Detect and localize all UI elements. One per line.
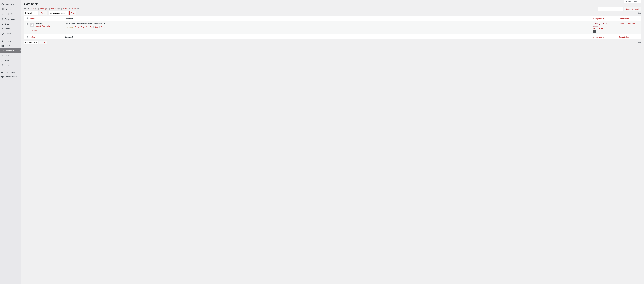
filter-pending[interactable]: Pending (0)	[40, 7, 48, 9]
filter-button[interactable]: Filter	[70, 11, 76, 15]
tablenav-top: Bulk actions Apply All comment types Fil…	[24, 11, 641, 15]
screen-options-label: Screen Options	[626, 0, 638, 2]
comments-table: Author Comment In response to Submitted …	[24, 16, 641, 39]
link-icon	[1, 32, 4, 35]
sparkle-icon	[1, 18, 4, 20]
sidebar-item-label: Plugins	[5, 40, 11, 42]
sidebar-item-label: Publish	[5, 33, 11, 35]
col-comment: Comment	[64, 16, 592, 21]
action-edit[interactable]: Edit	[90, 26, 93, 28]
caret-down-icon: ▼	[638, 1, 640, 2]
select-all-bottom[interactable]	[26, 36, 28, 38]
sidebar-item-label: Comments	[5, 50, 14, 52]
export-icon	[1, 23, 4, 25]
bulk-apply-button[interactable]: Apply	[39, 11, 47, 15]
row-actions: Unapprove| Reply| Quick Edit| Edit| Spam…	[65, 26, 590, 28]
sidebar-item-plugins[interactable]: Plugins	[0, 38, 21, 43]
screen-options-toggle[interactable]: Screen Options ▼	[624, 0, 641, 3]
bulk-actions-select-bottom[interactable]: Bulk actions	[24, 40, 38, 44]
comment-icon	[1, 49, 4, 52]
action-spam[interactable]: Spam	[95, 26, 99, 28]
sidebar-item-publish[interactable]: Publish	[0, 31, 21, 36]
table-row: lennertz lennertz@uark.edu 10.0.5.84 Can…	[24, 21, 641, 34]
sidebar-item-label: Export	[5, 23, 10, 25]
comment-type-select[interactable]: All comment types	[49, 11, 68, 15]
comment-count-bubble[interactable]: 1	[593, 30, 596, 33]
sidebar-item-label: Book Info	[5, 13, 12, 15]
avatar	[30, 23, 34, 27]
filter-spam[interactable]: Spam (0)	[63, 7, 70, 9]
plug-icon	[1, 40, 4, 42]
h5p-icon: H-P	[1, 72, 4, 73]
edit-icon	[1, 13, 4, 15]
col-response-sort[interactable]: In response to	[593, 18, 604, 20]
status-filters: All (1) | Mine (1) | Pending (0) | Appro…	[24, 7, 641, 9]
bulk-apply-button-bottom[interactable]: Apply	[39, 40, 47, 44]
sidebar-item-label: Organize	[5, 8, 12, 10]
bulk-actions-select[interactable]: Bulk actions	[24, 11, 38, 15]
author-name: lennertz	[36, 23, 42, 25]
filter-trash[interactable]: Trash (0)	[72, 7, 79, 9]
view-chapter-link[interactable]: View Chapter	[593, 27, 603, 29]
filter-approved[interactable]: Approved (1)	[50, 7, 60, 9]
sidebar-item-label: Appearance	[5, 18, 15, 20]
sidebar-item-h5p-content[interactable]: H-PH5P Content	[0, 70, 21, 74]
page-title: Comments	[24, 0, 641, 7]
col-date-sort[interactable]: Submitted on	[619, 18, 629, 20]
row-checkbox[interactable]	[26, 23, 28, 25]
col-date-sort-foot[interactable]: Submitted on	[619, 36, 629, 38]
sidebar-item-dashboard[interactable]: Dashboard	[0, 2, 21, 7]
sidebar-item-tools[interactable]: Tools	[0, 58, 21, 63]
filter-all[interactable]: All (1)	[24, 7, 29, 9]
action-trash[interactable]: Trash	[100, 26, 105, 28]
sidebar-item-appearance[interactable]: Appearance	[0, 16, 21, 21]
import-icon	[1, 27, 4, 30]
sidebar-item-label: Import	[5, 28, 10, 30]
action-reply[interactable]: Reply	[75, 26, 79, 28]
book-icon	[1, 8, 4, 10]
sidebar-item-settings[interactable]: Settings	[0, 63, 21, 68]
admin-sidebar: DashboardOrganizeBook InfoAppearanceExpo…	[0, 0, 21, 284]
sidebar-item-organize[interactable]: Organize	[0, 7, 21, 12]
filter-mine[interactable]: Mine (1)	[31, 7, 37, 9]
gear-icon	[1, 64, 4, 67]
items-count-bottom: 1 item	[637, 41, 641, 43]
action-unapprove[interactable]: Unapprove	[65, 26, 73, 28]
tablenav-bottom: Bulk actions Apply 1 item	[24, 40, 641, 44]
sidebar-item-media[interactable]: Media	[0, 43, 21, 48]
users-icon	[1, 54, 4, 57]
camera-icon	[1, 44, 4, 47]
search-button[interactable]: Search Comments	[624, 7, 641, 11]
sidebar-item-label: Settings	[5, 64, 12, 66]
sidebar-item-label: Tools	[5, 59, 9, 61]
sidebar-item-export[interactable]: Export	[0, 21, 21, 26]
comment-text: Can you add Czech to the available langu…	[65, 23, 590, 25]
action-quickedit[interactable]: Quick Edit	[81, 26, 88, 28]
items-count-top: 1 item	[637, 12, 641, 14]
main-content: Screen Options ▼ Comments All (1) | Mine…	[21, 0, 644, 284]
author-ip[interactable]: 10.0.5.84	[30, 30, 37, 31]
sidebar-item-users[interactable]: Users	[0, 53, 21, 58]
collapse-icon	[1, 76, 4, 78]
sidebar-item-comments[interactable]: Comments	[0, 48, 21, 53]
comment-date-link[interactable]: 2023/05/02 at 5:13 pm	[619, 23, 635, 25]
wrench-icon	[1, 59, 4, 62]
collapse-label: Collapse menu	[5, 76, 16, 78]
sidebar-item-label: Users	[5, 55, 10, 57]
sidebar-item-import[interactable]: Import	[0, 26, 21, 31]
sidebar-item-label: H5P Content	[4, 71, 15, 73]
col-comment-foot: Comment	[64, 34, 592, 39]
select-all-top[interactable]	[26, 17, 28, 19]
search-box: Search Comments	[598, 7, 641, 11]
col-response-sort-foot[interactable]: In response to	[593, 36, 604, 38]
collapse-menu[interactable]: Collapse menu	[0, 74, 21, 79]
home-icon	[1, 3, 4, 6]
sidebar-item-label: Media	[5, 45, 10, 47]
sidebar-item-book-info[interactable]: Book Info	[0, 12, 21, 16]
search-input[interactable]	[598, 7, 623, 11]
sidebar-item-label: Dashboard	[5, 3, 14, 5]
col-author-sort[interactable]: Author	[30, 18, 36, 20]
author-email[interactable]: lennertz@uark.edu	[36, 25, 50, 27]
col-author-sort-foot[interactable]: Author	[30, 36, 36, 38]
response-post-link[interactable]: Multilingual Publication Support	[593, 23, 616, 27]
